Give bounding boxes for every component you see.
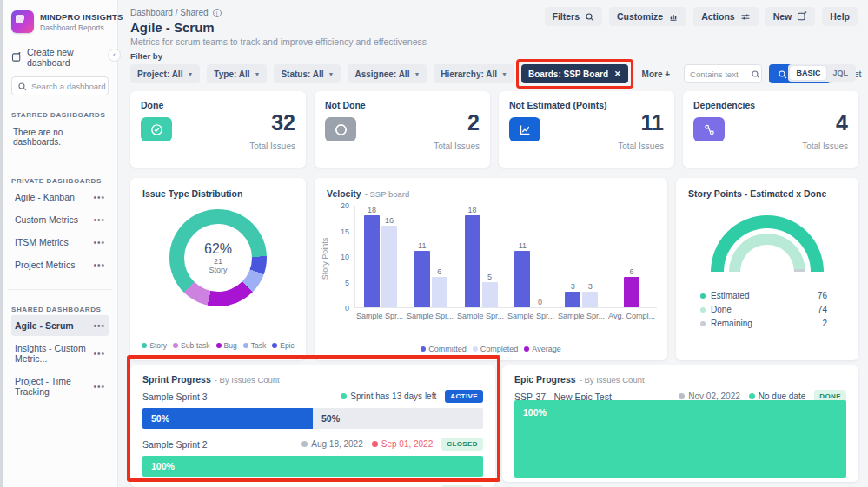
legend-item[interactable]: Estimated76 (700, 291, 827, 300)
help-button[interactable]: Help (822, 7, 858, 26)
chart-title: Sprint Progress (142, 374, 211, 385)
chart-bar (364, 215, 380, 307)
x-axis-label: Sample Spr... (455, 312, 506, 320)
sidebar-item-insights-custom-metrics[interactable]: Insights - Custom Metric... ••• (11, 338, 109, 369)
velocity-bar-chart: 1816116185110336 (354, 206, 657, 308)
item-menu-icon[interactable]: ••• (93, 349, 105, 359)
stat-caption: Total Issues (618, 141, 664, 151)
info-icon[interactable]: i (213, 9, 222, 17)
x-axis-label: Avg. Compl... (606, 312, 657, 320)
start-date-dot (679, 393, 685, 399)
sidebar-item-custom-metrics[interactable]: Custom Metrics ••• (11, 209, 109, 230)
legend-item[interactable]: Remaining2 (700, 319, 827, 328)
header-buttons: Filters Customize Actions New Help (545, 7, 858, 26)
query-mode-toggle: BASIC JQL (788, 64, 856, 82)
chart-line-icon (509, 117, 540, 141)
legend-item[interactable]: Epic (272, 341, 295, 350)
sprint-name: Sample Sprint 3 (142, 392, 208, 402)
legend-item[interactable]: Bug (216, 341, 237, 350)
create-new-dashboard-button[interactable]: Create new dashboard (11, 47, 109, 68)
sprint-row-header: Sample Sprint 2 Aug 18, 2022 Sep 01, 202… (142, 438, 483, 451)
chart-title: Story Points - Estimated x Done (688, 188, 846, 199)
y-axis-tick: 5 (327, 279, 349, 287)
stat-value: 2 (467, 110, 480, 135)
search-icon (778, 69, 787, 79)
sidebar-search[interactable] (11, 76, 109, 95)
stat-value: 11 (641, 110, 664, 135)
stat-card-done: Done 32 Total Issues (130, 91, 306, 168)
end-date-dot (372, 441, 378, 447)
bar-group: 116 (406, 206, 456, 307)
chart-subtitle: - By Issues Count (215, 375, 280, 385)
legend-item[interactable]: Story (142, 341, 167, 350)
legend-item[interactable]: Done74 (700, 305, 827, 314)
chart-bar (381, 226, 397, 307)
breadcrumb: Dashboard / Shared i (130, 8, 222, 17)
actions-button[interactable]: Actions (693, 7, 759, 26)
circle-outline-icon (325, 117, 356, 141)
item-menu-icon[interactable]: ••• (93, 238, 105, 247)
bar-value-label: 16 (385, 216, 394, 225)
filter-chip-status[interactable]: Status: All▼ (274, 64, 341, 83)
item-menu-icon[interactable]: ••• (93, 321, 105, 331)
legend-item[interactable]: Completed (473, 345, 519, 353)
contains-text-input[interactable] (690, 69, 751, 79)
sidebar-item-itsm-metrics[interactable]: ITSM Metrics ••• (11, 232, 109, 253)
page-title: Agile - Scrum (130, 20, 215, 35)
filter-chip-boards[interactable]: Boards: SSP Board✕ (521, 64, 628, 83)
legend-item[interactable]: Sub-task (173, 341, 210, 350)
story-points-card: Story Points - Estimated x Done Estimate… (676, 178, 858, 360)
sidebar-item-project-time-tracking[interactable]: Project - Time Tracking ••• (11, 371, 109, 402)
chart-bar (582, 292, 598, 307)
sidebar-item-agile-kanban[interactable]: Agile - Kanban ••• (11, 187, 109, 207)
more-filters-button[interactable]: More + (635, 64, 678, 83)
bar-value-label: 11 (519, 241, 527, 250)
sidebar-item-project-metrics[interactable]: Project Metrics ••• (11, 254, 109, 275)
chart-title: Velocity (327, 188, 361, 199)
jql-mode-button[interactable]: JQL (826, 66, 854, 80)
donut-center: 62% 21 Story (184, 224, 252, 292)
shared-section-title: SHARED DASHBOARDS (11, 306, 109, 313)
filter-chip-assignee[interactable]: Assignee: All▼ (348, 64, 427, 83)
bar-value-label: 5 (487, 273, 492, 281)
customize-button[interactable]: Customize (609, 7, 686, 26)
donut-legend: StorySub-taskBugTaskEpic (130, 341, 306, 350)
new-button[interactable]: New (765, 7, 816, 26)
filters-button[interactable]: Filters (545, 7, 603, 26)
legend-dot (173, 343, 178, 348)
filter-chip-hierarchy[interactable]: Hierarchy: All▼ (434, 64, 514, 83)
x-axis-label: Sample Spr... (405, 312, 455, 320)
epic-progress-card: Epic Progress - By Issues Count SSP-37 -… (502, 365, 858, 482)
starred-section-title: STARRED DASHBOARDS (11, 111, 109, 119)
legend-value: 76 (818, 291, 827, 300)
search-icon (751, 69, 760, 79)
sidebar-search-input[interactable] (31, 82, 109, 91)
sidebar-item-agile-scrum[interactable]: Agile - Scrum ••• (11, 315, 109, 336)
chart-title: Epic Progress (514, 374, 576, 385)
filter-chip-type[interactable]: Type: All▼ (207, 64, 267, 83)
legend-dot (421, 346, 426, 352)
close-icon[interactable]: ✕ (614, 69, 621, 78)
chart-subtitle: - By Issues Count (580, 375, 645, 385)
bar-group: 1816 (355, 206, 406, 307)
gauge-chart (711, 215, 824, 272)
brand-subtitle: Dashboard Reports (40, 23, 123, 32)
item-menu-icon[interactable]: ••• (93, 382, 105, 392)
basic-mode-button[interactable]: BASIC (790, 66, 826, 80)
legend-item[interactable]: Task (243, 341, 266, 350)
contains-text-field[interactable] (684, 64, 762, 83)
y-axis-tick: 10 (327, 253, 349, 261)
velocity-legend: CommittedCompletedAverage (315, 345, 667, 353)
donut-chart: 62% 21 Story (169, 209, 267, 306)
divider (8, 161, 112, 161)
chart-subtitle: - SSP board (365, 189, 410, 199)
sidebar-collapse-button[interactable]: ‹ (108, 49, 121, 62)
bar-group: 6 (606, 206, 657, 307)
item-menu-icon[interactable]: ••• (93, 215, 105, 225)
filter-chip-project[interactable]: Project: All▼ (130, 64, 200, 83)
stat-caption: Total Issues (249, 141, 295, 151)
item-menu-icon[interactable]: ••• (93, 260, 105, 270)
legend-item[interactable]: Average (524, 345, 560, 353)
item-menu-icon[interactable]: ••• (93, 193, 105, 202)
legend-item[interactable]: Committed (421, 345, 467, 353)
